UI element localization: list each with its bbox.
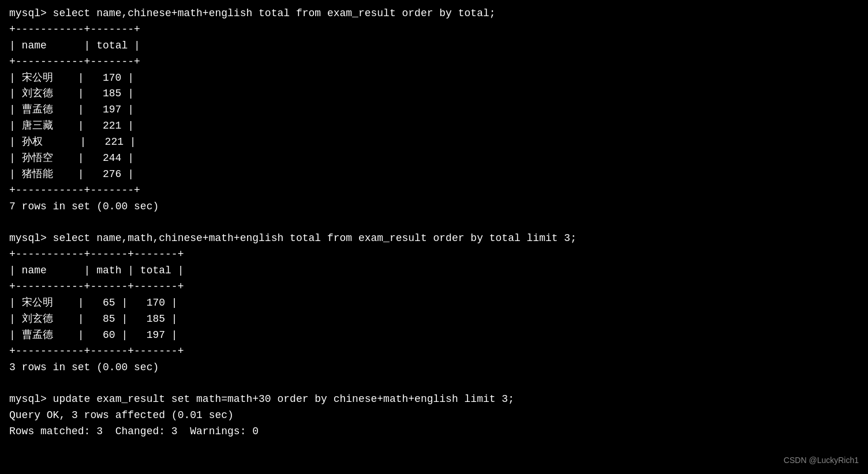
watermark: CSDN @LuckyRich1 — [784, 454, 859, 467]
terminal-output: mysql> select name,chinese+math+english … — [9, 6, 859, 440]
